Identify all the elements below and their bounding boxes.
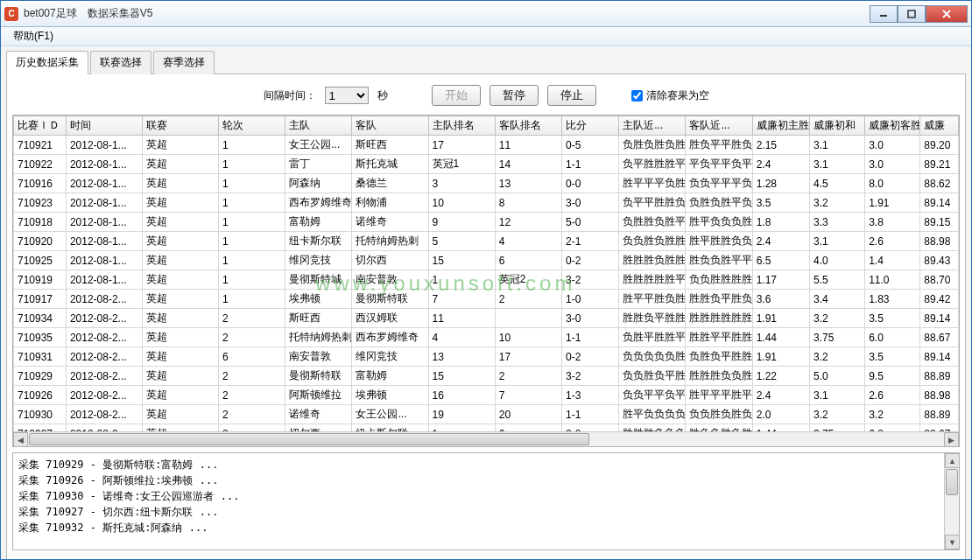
scroll-right-icon[interactable]: ▶	[944, 432, 959, 447]
cell: 1-3	[561, 386, 618, 405]
column-header[interactable]: 客队	[352, 116, 428, 136]
clear-empty-input[interactable]	[631, 90, 643, 102]
table-row[interactable]: 7109262012-08-2...英超2阿斯顿维拉埃弗顿1671-3负负平平负…	[14, 386, 959, 405]
column-header[interactable]: 比分	[561, 116, 618, 136]
column-header[interactable]: 客队排名	[495, 116, 561, 136]
cell: 负负平平负平	[619, 386, 686, 405]
cell: 3.75	[810, 328, 865, 347]
cell: 17	[495, 347, 561, 367]
window-title: bet007足球 数据采集器V5	[24, 6, 152, 21]
cell: 胜负平平胜负	[686, 136, 752, 155]
log-scrollbar[interactable]: ▲ ▼	[944, 453, 959, 550]
column-header[interactable]: 主队近...	[619, 116, 686, 136]
table-row[interactable]: 7109252012-08-1...英超1维冈竞技切尔西1560-2胜胜胜负胜胜…	[14, 251, 959, 270]
cell: 89.15	[920, 213, 959, 232]
cell: 1	[219, 136, 285, 155]
interval-select[interactable]: 1	[325, 87, 369, 104]
cell: 胜平平胜负胜	[619, 290, 686, 309]
cell: 曼彻斯特联	[285, 367, 352, 386]
app-icon: C	[4, 7, 18, 21]
table-row[interactable]: 7109352012-08-2...英超2托特纳姆热刺西布罗姆维奇4101-1负…	[14, 328, 959, 347]
cell: 13	[495, 174, 561, 193]
cell: 英超	[142, 174, 218, 193]
tab-league[interactable]: 联赛选择	[90, 51, 151, 74]
start-button[interactable]: 开始	[432, 85, 481, 106]
cell: 1	[219, 232, 285, 251]
tab-history[interactable]: 历史数据采集	[6, 51, 88, 74]
column-header[interactable]: 轮次	[219, 116, 285, 136]
cell: 4	[495, 232, 561, 251]
cell: 710921	[14, 136, 67, 155]
menu-help[interactable]: 帮助(F1)	[6, 27, 60, 46]
column-header[interactable]: 比赛ＩＤ	[14, 116, 67, 136]
scroll-left-icon[interactable]: ◀	[13, 432, 28, 447]
cell: 胜胜负平胜负	[686, 290, 752, 309]
cell: 0-2	[561, 347, 618, 367]
stop-button[interactable]: 停止	[547, 85, 596, 106]
cell: 西布罗姆维奇	[285, 193, 352, 213]
column-header[interactable]: 联赛	[142, 116, 218, 136]
cell: 2012-08-2...	[66, 309, 142, 328]
minimize-button[interactable]	[870, 5, 898, 23]
close-button[interactable]	[926, 5, 968, 23]
cell: 2012-08-2...	[66, 405, 142, 424]
cell: 英冠1	[428, 155, 495, 174]
column-header[interactable]: 主队	[285, 116, 352, 136]
cell: 负负胜负胜负	[686, 405, 752, 424]
cell: 英超	[142, 367, 218, 386]
tab-season[interactable]: 赛季选择	[153, 51, 215, 74]
table-row[interactable]: 7109232012-08-1...英超1西布罗姆维奇利物浦1083-0负平平胜…	[14, 193, 959, 213]
clear-empty-checkbox[interactable]: 清除赛果为空	[631, 88, 709, 103]
cell: 3.1	[810, 232, 865, 251]
cell: 5.5	[810, 270, 865, 290]
cell: 胜胜平平胜胜	[686, 328, 752, 347]
log-line: 采集 710926 - 阿斯顿维拉:埃弗顿 ...	[18, 472, 939, 488]
pause-button[interactable]: 暂停	[490, 85, 539, 106]
cell: 切尔西	[352, 251, 428, 270]
table-row[interactable]: 7109202012-08-1...英超1纽卡斯尔联托特纳姆热刺542-1负负胜…	[14, 232, 959, 251]
table-row[interactable]: 7109222012-08-1...英超1雷丁斯托克城英冠1141-1负平胜胜胜…	[14, 155, 959, 174]
log-scroll-thumb[interactable]	[946, 469, 958, 495]
column-header[interactable]: 威廉	[920, 116, 959, 136]
cell: 英超	[142, 290, 218, 309]
cell: 2012-08-1...	[66, 270, 142, 290]
column-header[interactable]: 威廉初主胜	[752, 116, 809, 136]
table-row[interactable]: 7109292012-08-2...英超2曼彻斯特联富勒姆1523-2负负胜负平…	[14, 367, 959, 386]
table-row[interactable]: 7109342012-08-2...英超2斯旺西西汉姆联113-0胜胜负平胜胜胜…	[14, 309, 959, 328]
table-row[interactable]: 7109302012-08-2...英超2诺维奇女王公园...19201-1胜平…	[14, 405, 959, 424]
maximize-button[interactable]	[898, 5, 926, 23]
cell: 0-5	[561, 136, 618, 155]
scroll-thumb[interactable]	[29, 433, 589, 445]
horizontal-scrollbar[interactable]: ◀ ▶	[13, 431, 959, 446]
cell: 710926	[14, 386, 67, 405]
column-header[interactable]: 威廉初客胜	[865, 116, 920, 136]
cell: 89.14	[920, 309, 959, 328]
cell: 710931	[14, 347, 67, 367]
scroll-up-icon[interactable]: ▲	[945, 453, 960, 468]
table-row[interactable]: 7109182012-08-1...英超1富勒姆诺维奇9125-0负胜胜负胜平胜…	[14, 213, 959, 232]
cell: 710920	[14, 232, 67, 251]
cell: 710923	[14, 193, 67, 213]
cell: 1	[219, 251, 285, 270]
table-row[interactable]: 7109312012-08-2...英超6南安普敦维冈竞技13170-2负负负负…	[14, 347, 959, 367]
cell: 710925	[14, 251, 67, 270]
table-row[interactable]: 7109212012-08-1...英超1女王公园...斯旺西17110-5负胜…	[14, 136, 959, 155]
cell: 6.0	[865, 424, 920, 432]
scroll-down-icon[interactable]: ▼	[945, 535, 960, 550]
table-row[interactable]: 7109162012-08-1...英超1阿森纳桑德兰3130-0胜平平平负胜负…	[14, 174, 959, 193]
cell: 1.44	[752, 328, 809, 347]
cell: 英超	[142, 251, 218, 270]
column-header[interactable]: 主队排名	[428, 116, 495, 136]
table-row[interactable]: 7109172012-08-2...英超1埃弗顿曼彻斯特联721-0胜平平胜负胜…	[14, 290, 959, 309]
cell: 纽卡斯尔联	[352, 424, 428, 432]
column-header[interactable]: 威廉初和	[810, 116, 865, 136]
cell: 710922	[14, 155, 67, 174]
cell: 3.2	[810, 309, 865, 328]
column-header[interactable]: 时间	[66, 116, 142, 136]
table-row[interactable]: 7109192012-08-1...英超1曼彻斯特城南安普敦1英冠23-2胜胜胜…	[14, 270, 959, 290]
cell: 1.8	[752, 213, 809, 232]
cell: 13	[428, 347, 495, 367]
cell: 负负胜负胜胜	[619, 232, 686, 251]
table-row[interactable]: 7109272012-08-2...英超2切尔西纽卡斯尔联162-0胜胜胜负负负…	[14, 424, 959, 432]
column-header[interactable]: 客队近...	[686, 116, 752, 136]
